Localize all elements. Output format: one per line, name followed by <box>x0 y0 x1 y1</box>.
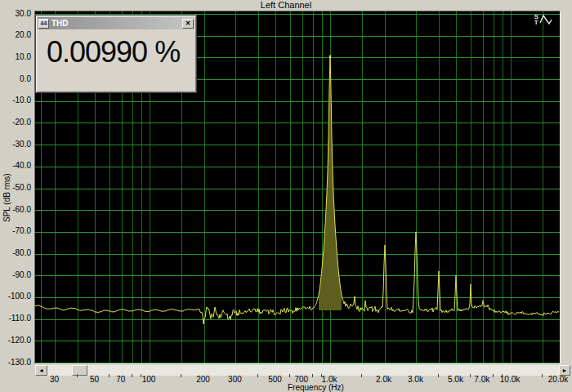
y-axis-label: 20.0 <box>0 30 31 39</box>
scrollbar-thumb[interactable] <box>72 365 87 376</box>
x-axis-label: 7.0k <box>474 375 489 384</box>
y-axis-label: -30.0 <box>0 140 31 149</box>
x-axis-minor-tick <box>181 374 181 377</box>
x-axis-minor-tick <box>289 374 290 377</box>
x-axis-minor-tick <box>361 374 362 377</box>
plot-title: Left Channel <box>0 0 572 11</box>
y-axis-label: -80.0 <box>0 248 31 257</box>
thd-window-close-button[interactable]: ✕ <box>182 19 194 29</box>
x-axis-label: 20.0k <box>548 375 568 384</box>
x-axis-label: 50 <box>90 375 99 384</box>
x-axis-minor-tick <box>542 374 543 377</box>
x-axis-minor-tick <box>77 374 78 377</box>
y-axis-labels: 30.020.010.00.0-10.0-20.0-30.0-40.0-50.0… <box>0 0 32 392</box>
x-axis-minor-tick <box>312 374 313 377</box>
y-axis-label: -90.0 <box>0 270 31 279</box>
x-axis-minor-tick <box>109 374 109 377</box>
x-axis-minor-tick <box>438 374 439 377</box>
thd-window-icon: 44 <box>38 19 49 29</box>
x-axis-label: 100 <box>142 375 156 384</box>
y-axis-label: -60.0 <box>0 205 31 214</box>
scrollbar-left-arrow-button[interactable]: ◄ <box>35 365 47 376</box>
sine-wave-icon <box>539 13 553 25</box>
x-axis-label: 500 <box>268 375 282 384</box>
y-axis-label: -10.0 <box>0 96 31 105</box>
x-axis-label: 70 <box>116 375 125 384</box>
y-axis-label: 0.0 <box>0 74 31 83</box>
x-axis-label: 10.0k <box>500 375 520 384</box>
x-axis-minor-tick <box>493 374 494 377</box>
x-axis-label: 5.0k <box>448 375 463 384</box>
app-window: Left Channel SPL (dB rms) 30.020.010.00.… <box>0 0 572 392</box>
y-axis-label: -100.0 <box>0 292 31 301</box>
x-axis-minor-tick <box>132 374 132 377</box>
thd-window-title: THD <box>51 19 69 28</box>
y-axis-label: -70.0 <box>0 226 31 235</box>
x-axis-label: 2.0k <box>376 375 391 384</box>
x-axis-label: 3.0k <box>408 375 423 384</box>
x-axis-minor-tick <box>470 374 471 377</box>
y-axis-label: -50.0 <box>0 183 31 192</box>
y-axis-label: -40.0 <box>0 161 31 170</box>
x-axis-title: Frequency (Hz) <box>288 383 344 392</box>
thd-window-titlebar[interactable]: 44 THD ✕ <box>38 17 194 29</box>
x-axis-label: 200 <box>196 375 210 384</box>
y-axis-label: 10.0 <box>0 52 31 61</box>
y-axis-label: 30.0 <box>0 9 31 18</box>
y-axis-label: -20.0 <box>0 118 31 127</box>
thd-value: 0.00990 % <box>47 35 180 69</box>
x-axis-label: 30 <box>50 375 59 384</box>
y-axis-label: -120.0 <box>0 336 31 345</box>
thd-window[interactable]: 44 THD ✕ 0.00990 % <box>35 15 197 93</box>
y-axis-label: -110.0 <box>0 314 31 323</box>
x-axis-minor-tick <box>257 374 258 377</box>
signal-type-letters: ST <box>534 14 538 25</box>
signal-type-icon: ST <box>534 13 553 25</box>
x-axis-label: 300 <box>228 375 242 384</box>
y-axis-label: -130.0 <box>0 358 31 367</box>
